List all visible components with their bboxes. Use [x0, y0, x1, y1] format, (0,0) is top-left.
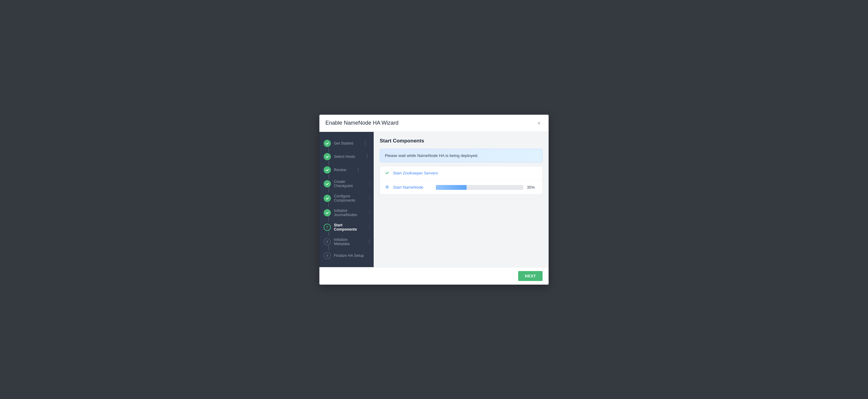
progress-bar-bg — [436, 185, 523, 190]
step-label: Initialize Metadata — [334, 237, 357, 246]
sidebar-item-configure-components[interactable]: Configure Components — [319, 191, 374, 205]
close-button[interactable]: × — [535, 119, 542, 127]
info-banner: Please wait while NameNode HA is being d… — [380, 149, 542, 162]
step-completed-icon — [323, 180, 331, 188]
step-pending-icon: 9 — [323, 252, 331, 259]
step-label: Select Hosts — [334, 154, 355, 159]
step-label: Review — [334, 168, 346, 172]
modal: Enable NameNode HA Wizard × Get Started … — [319, 115, 549, 285]
step-completed-icon — [323, 166, 331, 174]
step-completed-icon — [323, 195, 331, 202]
step-label: Finalize HA Setup — [334, 254, 364, 258]
progress-bar-fill — [436, 185, 467, 190]
progress-container: 35% — [436, 185, 537, 190]
modal-header: Enable NameNode HA Wizard × — [319, 115, 549, 132]
modal-overlay: Enable NameNode HA Wizard × Get Started … — [0, 0, 868, 399]
step-completed-icon — [323, 153, 331, 160]
next-button[interactable]: NEXT — [518, 271, 542, 281]
modal-footer: NEXT — [319, 267, 549, 285]
modal-body: Get Started Select Hosts Review Create C… — [319, 132, 549, 267]
step-completed-icon — [323, 209, 331, 217]
sidebar-item-finalize-ha-setup[interactable]: 9Finalize HA Setup — [319, 249, 374, 262]
info-message: Please wait while NameNode HA is being d… — [385, 153, 478, 158]
step-pending-icon: 8 — [323, 238, 331, 246]
task-gear-icon — [385, 185, 390, 190]
tasks-card: Start ZooKeeper Servers Start NameNode 3… — [380, 166, 542, 195]
sidebar-item-initialize-metadata[interactable]: 8Initialize Metadata — [319, 234, 374, 249]
task-name: Start ZooKeeper Servers — [393, 171, 438, 175]
step-completed-icon — [323, 140, 331, 147]
modal-title: Enable NameNode HA Wizard — [326, 120, 398, 126]
sidebar-item-review[interactable]: Review — [319, 163, 374, 176]
sidebar-item-start-components[interactable]: 7Start Components — [319, 220, 374, 234]
main-content: Start Components Please wait while NameN… — [374, 132, 549, 267]
step-label: Create Checkpoint — [334, 179, 358, 188]
sidebar-item-create-checkpoint[interactable]: Create Checkpoint — [319, 176, 374, 191]
sidebar: Get Started Select Hosts Review Create C… — [319, 132, 374, 267]
sidebar-item-initialize-journalnodes[interactable]: Initialize JournalNodes — [319, 205, 374, 220]
step-active-icon: 7 — [323, 224, 331, 231]
step-label: Start Components — [334, 223, 358, 231]
step-label: Initialize JournalNodes — [334, 208, 358, 217]
task-row-namenode: Start NameNode 35% — [380, 180, 542, 194]
task-name: Start NameNode — [393, 185, 432, 190]
sidebar-item-get-started[interactable]: Get Started — [319, 137, 374, 150]
step-label: Get Started — [334, 141, 353, 145]
step-label: Configure Components — [334, 194, 358, 202]
section-title: Start Components — [380, 138, 542, 144]
task-check-icon — [385, 171, 390, 176]
task-row-zookeeper: Start ZooKeeper Servers — [380, 166, 542, 180]
sidebar-item-select-hosts[interactable]: Select Hosts — [319, 150, 374, 163]
progress-pct: 35% — [527, 185, 537, 190]
